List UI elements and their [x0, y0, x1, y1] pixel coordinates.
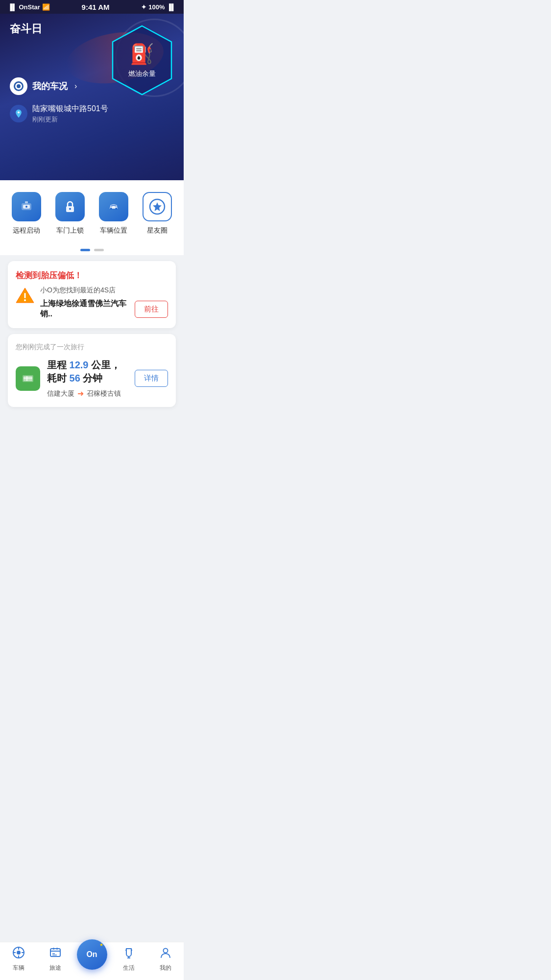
page-dots [0, 243, 184, 255]
carrier-label: OnStar [19, 3, 40, 11]
svg-rect-19 [24, 376, 32, 381]
action-remote-start[interactable]: 远程启动 [5, 192, 48, 235]
location-icon [10, 105, 27, 122]
chevron-right-icon: › [74, 82, 77, 91]
door-lock-icon [55, 192, 85, 221]
alert-description: 小O为您找到最近的4S店 [40, 286, 168, 295]
fuel-hex-container[interactable]: ⛽ 燃油余量 [110, 24, 174, 97]
fuel-pump-icon: ⛽ [130, 43, 154, 66]
signal-icon: ▐▌ [8, 3, 17, 11]
trip-arrow-icon: ➜ [77, 389, 84, 398]
trip-stats-prefix: 里程 [47, 359, 67, 370]
trip-header: 您刚刚完成了一次旅行 [16, 343, 168, 352]
alert-text-block: 小O为您找到最近的4S店 上海绿地徐通雪佛兰汽车销.. 前往 [40, 286, 168, 319]
svg-point-7 [25, 206, 27, 208]
dot-2 [94, 249, 104, 251]
action-door-lock[interactable]: 车门上锁 [48, 192, 92, 235]
svg-point-4 [18, 111, 20, 113]
bluetooth-icon: ✦ [141, 3, 146, 11]
svg-marker-14 [153, 202, 162, 211]
trip-details-button[interactable]: 详情 [135, 370, 168, 387]
alert-shop-name: 上海绿地徐通雪佛兰汽车销.. [40, 299, 130, 319]
trip-icon [16, 366, 40, 391]
location-address: 陆家嘴银城中路501号 [32, 104, 108, 114]
svg-rect-8 [25, 201, 28, 203]
svg-rect-16 [24, 293, 26, 298]
star-circle-icon [143, 192, 172, 221]
cards-section: 检测到胎压偏低！ 小O为您找到最近的4S店 上海绿地徐通雪佛兰汽车销.. 前往 … [0, 255, 184, 413]
trip-info: 里程 12.9 公里，耗时 56 分钟 信建大厦 ➜ 召稼楼古镇 [47, 359, 128, 398]
fuel-hex-content: ⛽ 燃油余量 [128, 43, 156, 78]
dot-1 [80, 249, 90, 251]
svg-rect-12 [115, 208, 117, 210]
trip-route: 信建大厦 ➜ 召稼楼古镇 [47, 389, 128, 398]
trip-duration-value: 56 [70, 373, 80, 383]
location-text: 陆家嘴银城中路501号 刚刚更新 [32, 104, 108, 124]
warning-triangle-icon [16, 287, 34, 308]
vehicle-location-icon [99, 192, 128, 221]
star-circle-label: 星友圈 [147, 226, 168, 235]
trip-card: 您刚刚完成了一次旅行 里程 12.9 公里，耗时 56 分钟 [8, 334, 176, 407]
trip-stats: 里程 12.9 公里，耗时 56 分钟 [47, 359, 128, 385]
vehicle-location-label: 车辆位置 [100, 226, 127, 235]
alert-navigate-button[interactable]: 前往 [135, 301, 168, 318]
battery-icon: ▐▌ [167, 3, 176, 11]
remote-start-label: 远程启动 [13, 226, 40, 235]
action-star-circle[interactable]: 星友圈 [135, 192, 179, 235]
trip-body: 里程 12.9 公里，耗时 56 分钟 信建大厦 ➜ 召稼楼古镇 详情 [16, 359, 168, 398]
status-bar: ▐▌ OnStar 📶 9:41 AM ✦ 100% ▐▌ [0, 0, 184, 14]
door-lock-label: 车门上锁 [56, 226, 84, 235]
status-left: ▐▌ OnStar 📶 [8, 3, 50, 11]
trip-to: 召稼楼古镇 [87, 389, 121, 398]
svg-point-17 [24, 299, 26, 301]
location-updated: 刚刚更新 [32, 115, 108, 124]
svg-point-3 [17, 84, 21, 88]
location-row: 陆家嘴银城中路501号 刚刚更新 [0, 99, 184, 134]
trip-distance-value: 12.9 [70, 359, 89, 370]
svg-rect-11 [110, 208, 112, 210]
svg-point-10 [69, 208, 71, 210]
action-vehicle-location[interactable]: 车辆位置 [92, 192, 136, 235]
trip-duration-unit: 分钟 [83, 373, 102, 383]
battery-label: 100% [148, 3, 165, 11]
status-right: ✦ 100% ▐▌ [141, 3, 176, 11]
alert-shop-row: 上海绿地徐通雪佛兰汽车销.. 前往 [40, 299, 168, 319]
status-time: 9:41 AM [82, 3, 110, 11]
wifi-icon: 📶 [42, 3, 50, 11]
fuel-label: 燃油余量 [128, 70, 156, 78]
quick-actions-grid: 远程启动 车门上锁 车辆位置 [0, 180, 184, 243]
fuel-hexagon[interactable]: ⛽ 燃油余量 [110, 24, 174, 97]
trip-from: 信建大厦 [47, 389, 74, 398]
hero-section: 奋斗日 ⛽ 燃油余量 我的车况 › [0, 14, 184, 180]
bottom-spacer [0, 413, 184, 457]
vehicle-status-label: 我的车况 [32, 80, 68, 92]
remote-start-icon [12, 192, 41, 221]
alert-body: 小O为您找到最近的4S店 上海绿地徐通雪佛兰汽车销.. 前往 [16, 286, 168, 319]
alert-title: 检测到胎压偏低！ [16, 270, 168, 281]
buick-logo [10, 77, 27, 95]
alert-card: 检测到胎压偏低！ 小O为您找到最近的4S店 上海绿地徐通雪佛兰汽车销.. 前往 [8, 261, 176, 328]
